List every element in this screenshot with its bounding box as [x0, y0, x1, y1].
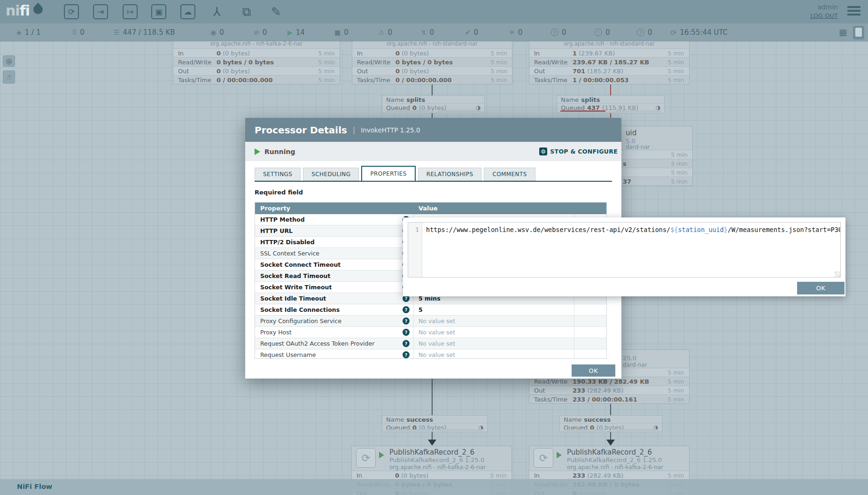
pan-hand-button[interactable]: ☝: [3, 70, 15, 84]
help-icon[interactable]: ?: [403, 306, 410, 313]
drag-processor-button[interactable]: ⟳: [64, 4, 79, 19]
stat-label: Tasks/Time: [357, 77, 395, 84]
processor-title: PublishKafkaRecord_2_6: [567, 448, 652, 456]
not-transmitting-icon: ⊘: [254, 29, 259, 36]
backpressure-size-bar: [438, 110, 481, 112]
stale-icon: ⇧: [551, 29, 558, 36]
processor-bundle-fragment: dard-nar: [626, 144, 650, 150]
connection-label-splits[interactable]: Namesplits Queued0(0 bytes)◑: [382, 95, 485, 113]
property-row: Proxy Configuration Service?No value set: [255, 316, 606, 327]
stat-label: In: [356, 472, 395, 479]
connection-line: [432, 85, 433, 95]
stat-label: In: [178, 50, 217, 57]
help-icon[interactable]: ?: [403, 329, 410, 336]
stopped-icon: ■: [334, 29, 341, 36]
grid-toggle-button[interactable]: ▦: [839, 27, 847, 37]
property-row: Proxy Host?No value set: [255, 327, 606, 338]
toolbar: nifi ⟳ ⇥ ↦ ▣ ☁ ⅄ ⧉ ✎ admin LOG OUT: [0, 0, 868, 23]
status-not-transmitting: ⊘0: [254, 28, 267, 37]
tab-comments[interactable]: COMMENTS: [484, 168, 535, 181]
help-icon[interactable]: ?: [403, 351, 410, 358]
connection-line: [610, 432, 611, 440]
refresh-icon[interactable]: ⟳: [670, 28, 676, 37]
backpressure-icon: ◑: [476, 104, 480, 111]
dialog-ok-button[interactable]: OK: [572, 364, 615, 377]
help-icon[interactable]: ?: [403, 317, 410, 325]
connection-line: [432, 113, 433, 118]
stat-label: Out: [357, 68, 395, 75]
stat-label: Out: [178, 68, 217, 75]
drag-input-port-button[interactable]: ⇥: [93, 4, 108, 19]
title-separator: |: [353, 125, 355, 134]
transmitting-icon: ◉: [210, 29, 216, 36]
value-editor[interactable]: 1 https://www.pegelonline.wsv.de/webserv…: [408, 222, 841, 278]
backpressure-object-bar: [386, 110, 428, 112]
tab-properties[interactable]: PROPERTIES: [361, 166, 415, 181]
backpressure-size-bar: [440, 429, 484, 431]
tab-relationships[interactable]: RELATIONSHIPS: [418, 168, 482, 181]
current-user: admin: [817, 3, 838, 11]
hand-icon: ☝: [7, 73, 11, 81]
birdseye-icon: ◎: [6, 57, 12, 65]
resize-handle[interactable]: [835, 271, 840, 277]
drag-process-group-button[interactable]: ▣: [151, 4, 166, 19]
processor-type-icon: ⟳: [356, 448, 376, 468]
logout-link[interactable]: LOG OUT: [810, 12, 838, 19]
dialog-header: Processor Details | InvokeHTTP 1.25.0: [245, 118, 621, 142]
drag-template-button[interactable]: ⧉: [239, 4, 254, 19]
stop-and-configure-button[interactable]: ⚙ STOP & CONFIGURE: [539, 147, 618, 155]
status-up-to-date: ✔0: [465, 28, 478, 37]
property-row: Request Username?No value set: [255, 349, 606, 358]
output-port-icon: ↦: [127, 7, 133, 16]
breadcrumb[interactable]: NiFi Flow: [17, 483, 52, 490]
line-number: 1: [415, 226, 419, 233]
remote-process-group-icon: ☁: [184, 7, 192, 16]
status-stopped: ■0: [334, 28, 349, 37]
connection-label-splits-full[interactable]: Namesplits Queued437(115.91 KB)◑: [557, 95, 665, 113]
drag-output-port-button[interactable]: ↦: [123, 4, 138, 19]
processor-type-version: PublishKafkaRecord_2_6 1.25.0: [567, 456, 662, 464]
help-icon[interactable]: ?: [403, 340, 410, 347]
backpressure-size-bar: [616, 110, 661, 112]
global-menu-button[interactable]: [847, 6, 860, 17]
up-to-date-icon: ✔: [465, 29, 471, 36]
processor-title-fragment: uid: [626, 129, 636, 137]
backpressure-object-bar: [386, 429, 430, 431]
birdseye-button[interactable]: ◎: [3, 55, 15, 67]
tab-scheduling[interactable]: SCHEDULING: [303, 168, 359, 181]
property-row: Socket Idle Connections?5: [255, 304, 606, 316]
backpressure-size-bar: [616, 429, 659, 431]
label-icon: ✎: [271, 5, 281, 19]
drag-funnel-button[interactable]: ⅄: [209, 4, 225, 19]
status-refresh: ⟳16:55:44 UTC: [670, 28, 728, 37]
connection-label-success[interactable]: Namesuccess Queued0(0 bytes)◑: [559, 415, 662, 432]
connection-label-success[interactable]: Namesuccess Queued0(0 bytes)◑: [382, 415, 488, 432]
breadcrumb-bar: [0, 479, 868, 495]
drag-remote-process-group-button[interactable]: ☁: [180, 4, 195, 19]
stat-label: In: [534, 50, 573, 57]
property-row: Request OAuth2 Access Token Provider?No …: [255, 338, 606, 349]
drag-label-button[interactable]: ✎: [269, 4, 284, 19]
status-disabled: ↯0: [421, 28, 434, 37]
modified-stale-icon: !: [595, 29, 602, 36]
tab-settings[interactable]: SETTINGS: [255, 168, 301, 181]
value-editor-text[interactable]: https://www.pegelonline.wsv.de/webservic…: [422, 223, 840, 277]
device-icon: [855, 28, 862, 37]
running-icon: [557, 452, 562, 458]
stat-label: Out: [534, 68, 573, 75]
connection-line-alert: [610, 85, 611, 95]
processor-bundle: org.apache.nifi - nifi-standard-nar: [529, 40, 689, 47]
device-view-button[interactable]: [853, 26, 864, 39]
status-sync-failure: ?0: [637, 28, 652, 37]
invalid-icon: ⚠: [379, 29, 385, 36]
stat-label: Read/Write: [357, 59, 395, 66]
stat-label: Tasks/Time: [534, 77, 573, 84]
processor-title: PublishKafkaRecord_2_6: [389, 448, 474, 456]
stat-label: Tasks/Time: [534, 396, 573, 403]
stat-label: Read/Write: [534, 59, 573, 66]
arrowhead-icon: [606, 440, 615, 446]
processor-bundle: org.apache.nifi - nifi-kafka-2-6-nar: [389, 464, 486, 471]
processor-bundle: org.apache.nifi - nifi-standard-nar: [352, 40, 512, 47]
processor-bundle: org.apache.nifi - nifi-kafka-2-6-nar: [173, 40, 340, 47]
editor-ok-button[interactable]: OK: [797, 282, 845, 294]
